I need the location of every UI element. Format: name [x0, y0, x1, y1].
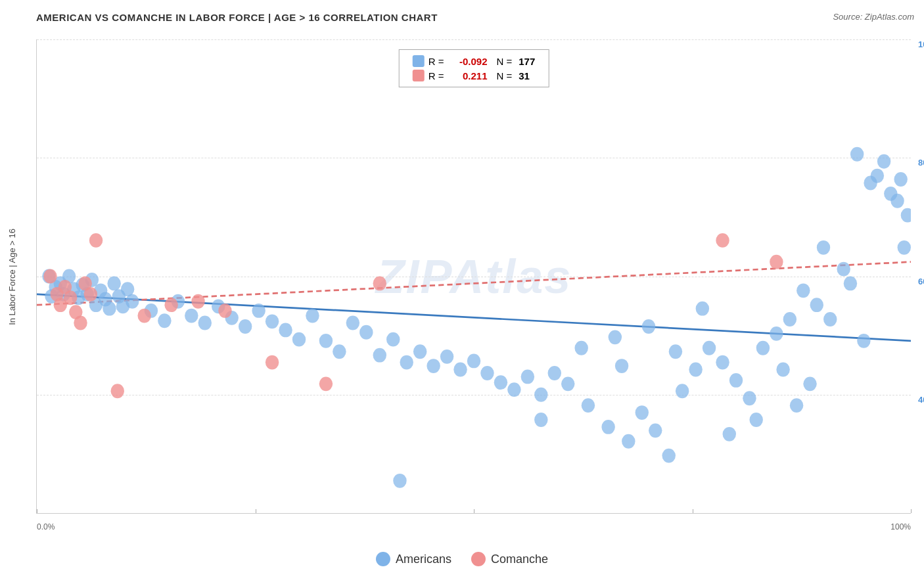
svg-point-47: [480, 366, 494, 380]
y-tick-100: 100.0%: [918, 39, 924, 49]
svg-point-58: [622, 434, 635, 449]
svg-point-97: [857, 334, 870, 348]
bottom-swatch-comanche: [471, 552, 486, 566]
svg-point-55: [534, 413, 547, 427]
svg-point-115: [373, 277, 386, 291]
svg-point-51: [534, 388, 547, 402]
legend-n-value-americans: 177: [519, 56, 535, 67]
bottom-legend-comanche: Comanche: [471, 552, 548, 566]
legend-r-value-americans: -0.092: [448, 56, 487, 67]
x-tick-0: 0.0%: [37, 522, 55, 531]
legend-row-comanche: R = 0.211 N = 31: [413, 70, 536, 81]
svg-point-21: [126, 294, 139, 309]
svg-point-36: [333, 344, 346, 359]
svg-point-98: [43, 269, 57, 284]
x-tick-max: 100%: [890, 522, 911, 531]
svg-point-75: [837, 262, 850, 277]
svg-point-116: [716, 233, 729, 248]
svg-point-117: [770, 255, 783, 269]
svg-point-59: [635, 405, 649, 420]
bottom-legend-americans: Americans: [376, 552, 451, 566]
svg-point-33: [292, 332, 306, 347]
bottom-label-comanche: Comanche: [491, 552, 548, 566]
svg-line-1: [37, 262, 911, 305]
legend-r-value-comanche: 0.211: [448, 70, 487, 81]
svg-point-39: [373, 348, 386, 363]
svg-point-90: [669, 344, 682, 359]
svg-point-71: [783, 312, 797, 327]
svg-point-84: [898, 240, 911, 255]
svg-point-95: [803, 376, 816, 391]
svg-point-54: [393, 474, 406, 488]
svg-point-102: [64, 290, 77, 305]
svg-point-104: [74, 316, 87, 330]
y-tick-60: 60.0%: [918, 277, 924, 286]
svg-point-62: [676, 384, 689, 398]
svg-point-44: [440, 349, 453, 364]
svg-point-72: [797, 283, 810, 298]
y-tick-80: 80.0%: [918, 158, 924, 168]
svg-point-67: [743, 391, 756, 405]
svg-point-16: [103, 302, 116, 316]
legend-swatch-comanche: [413, 70, 425, 81]
bottom-legend: Americans Comanche: [376, 552, 548, 566]
legend-n-label-americans: N =: [496, 56, 512, 67]
legend-r-label-americans: R =: [428, 56, 444, 67]
legend-box: R = -0.092 N = 177 R = 0.211 N = 31: [399, 49, 549, 87]
svg-point-63: [689, 363, 702, 377]
svg-point-38: [359, 325, 373, 340]
svg-point-68: [756, 341, 770, 355]
svg-point-29: [239, 319, 252, 334]
svg-point-108: [111, 384, 124, 398]
svg-point-40: [386, 332, 400, 347]
scatter-svg: [37, 39, 911, 513]
svg-point-52: [548, 366, 561, 380]
svg-point-79: [871, 169, 884, 183]
svg-point-48: [494, 375, 507, 390]
svg-point-69: [770, 327, 783, 341]
svg-point-74: [823, 312, 837, 327]
svg-point-107: [89, 233, 103, 248]
svg-point-111: [191, 294, 204, 309]
svg-point-41: [400, 355, 413, 370]
svg-point-85: [901, 208, 911, 223]
svg-point-73: [810, 298, 823, 312]
svg-point-60: [649, 423, 662, 438]
source-label: Source: ZipAtlas.com: [833, 12, 914, 22]
bottom-label-americans: Americans: [396, 552, 451, 566]
svg-point-42: [413, 344, 427, 359]
bottom-swatch-americans: [376, 552, 390, 566]
svg-point-35: [319, 334, 333, 348]
svg-point-70: [776, 363, 789, 377]
x-axis-ticks: 0.0% 100%: [37, 522, 911, 531]
legend-row-americans: R = -0.092 N = 177: [413, 55, 536, 67]
svg-point-87: [609, 330, 622, 344]
chart-title: AMERICAN VS COMANCHE IN LABOR FORCE | AG…: [36, 12, 438, 23]
chart-container: AMERICAN VS COMANCHE IN LABOR FORCE | AG…: [0, 0, 924, 586]
svg-point-65: [716, 355, 729, 370]
svg-point-57: [601, 420, 614, 434]
svg-point-114: [319, 376, 333, 391]
y-axis-label: In Labor Force | Age > 16: [7, 229, 17, 325]
svg-point-89: [642, 319, 655, 334]
svg-point-91: [696, 302, 709, 316]
svg-point-82: [890, 194, 904, 208]
y-tick-40: 40.0%: [918, 395, 924, 405]
svg-point-92: [723, 427, 736, 441]
legend-n-value-comanche: 31: [519, 70, 530, 81]
legend-n-label-comanche: N =: [496, 70, 512, 81]
svg-point-109: [137, 309, 150, 323]
svg-point-113: [266, 355, 279, 370]
svg-point-106: [84, 287, 97, 302]
svg-point-23: [158, 313, 171, 328]
svg-point-53: [561, 376, 574, 391]
svg-point-50: [521, 370, 534, 384]
svg-point-93: [749, 413, 762, 427]
svg-point-94: [790, 398, 803, 413]
svg-point-76: [844, 277, 857, 291]
svg-point-66: [729, 373, 743, 388]
svg-point-37: [346, 316, 359, 330]
svg-point-31: [266, 314, 279, 328]
chart-area: ZIPAtlas 100.0% 80.0% 60.0% 40.0%: [36, 39, 911, 514]
legend-swatch-americans: [413, 55, 425, 67]
